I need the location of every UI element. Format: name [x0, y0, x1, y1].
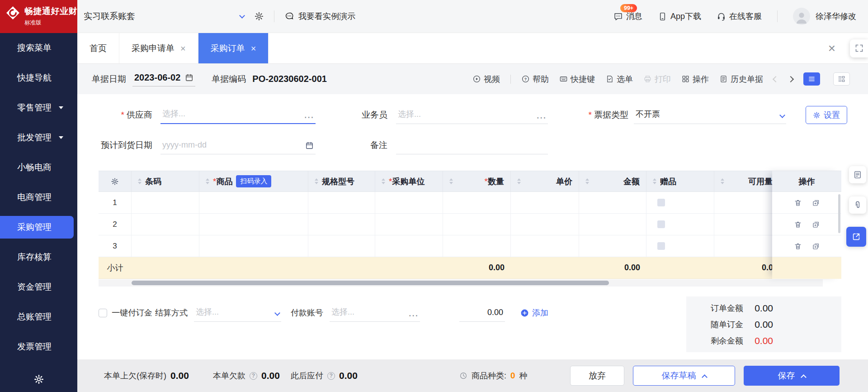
- add-payment-button[interactable]: 添加: [520, 304, 548, 322]
- more-options-icon[interactable]: ⋯: [408, 314, 418, 317]
- detail-view-toggle[interactable]: [833, 72, 850, 86]
- grid-cell[interactable]: [308, 192, 375, 214]
- grid-cell[interactable]: [511, 235, 579, 257]
- bill-type-select[interactable]: 不开票: [634, 106, 786, 124]
- pay-account-field[interactable]: 选择... ⋯: [330, 304, 420, 322]
- copy-row-icon[interactable]: [812, 199, 820, 207]
- messages-button[interactable]: 消息 99+: [613, 11, 642, 22]
- calendar-icon[interactable]: [305, 141, 314, 150]
- grid-cell[interactable]: [308, 214, 375, 235]
- grid-cell[interactable]: [579, 192, 646, 214]
- more-options-icon[interactable]: ⋯: [536, 116, 546, 120]
- grid-cell[interactable]: [375, 192, 443, 214]
- grid-cell[interactable]: [511, 192, 579, 214]
- grid-cell[interactable]: [199, 235, 308, 257]
- online-service-button[interactable]: 在线客服: [717, 11, 762, 22]
- header-amount[interactable]: 金额: [579, 171, 646, 192]
- scrollbar-thumb[interactable]: [132, 281, 609, 285]
- grid-cell[interactable]: [579, 235, 646, 257]
- doc-date-field[interactable]: 2023-06-02: [132, 72, 195, 86]
- sidebar-item-retail-mgmt[interactable]: 零售管理: [0, 93, 77, 123]
- grid-cell[interactable]: [132, 214, 199, 235]
- salesman-field[interactable]: 选择... ⋯: [396, 106, 548, 124]
- pick-order-button[interactable]: 选单: [605, 74, 633, 85]
- history-button[interactable]: 历史单据: [719, 74, 763, 85]
- grid-cell[interactable]: [199, 192, 308, 214]
- cancel-button[interactable]: 放弃: [570, 366, 624, 386]
- chevron-left-icon[interactable]: [773, 76, 779, 82]
- close-icon[interactable]: ×: [825, 41, 839, 56]
- header-barcode[interactable]: 条码: [132, 171, 199, 192]
- account-settings-gear-icon[interactable]: [254, 11, 264, 21]
- remark-field[interactable]: [396, 136, 548, 154]
- help-circle-icon[interactable]: ?: [250, 372, 257, 380]
- sidebar-item-xiaochang-ecom[interactable]: 小畅电商: [0, 153, 77, 182]
- demo-link[interactable]: 我要看实例演示: [284, 11, 355, 22]
- help-circle-icon[interactable]: ?: [327, 372, 335, 380]
- user-name[interactable]: 徐泽华修改: [816, 11, 856, 22]
- vertical-scrollbar-thumb[interactable]: [838, 194, 840, 233]
- scan-entry-button[interactable]: 扫码录入: [236, 175, 271, 187]
- gift-checkbox[interactable]: [657, 242, 665, 250]
- sidebar-item-general-ledger[interactable]: 总账管理: [0, 302, 77, 332]
- close-icon[interactable]: ×: [180, 44, 186, 53]
- draft-box-button[interactable]: [849, 166, 866, 183]
- grid-cell[interactable]: [132, 235, 199, 257]
- attachment-button[interactable]: [849, 196, 866, 214]
- video-button[interactable]: 视频: [472, 74, 500, 85]
- chevron-right-icon[interactable]: [788, 76, 794, 82]
- deposit-amount-field[interactable]: 0.00: [459, 304, 505, 322]
- header-spec[interactable]: 规格型号: [308, 171, 375, 192]
- app-download-button[interactable]: App下载: [658, 11, 701, 22]
- gift-checkbox[interactable]: [657, 199, 665, 206]
- header-unit[interactable]: *采购单位: [375, 171, 443, 192]
- grid-cell[interactable]: [443, 235, 511, 257]
- account-select[interactable]: 实习联系账套: [84, 10, 244, 22]
- grid-cell[interactable]: [375, 214, 443, 235]
- header-price[interactable]: 单价: [511, 171, 579, 192]
- grid-cell[interactable]: [308, 235, 375, 257]
- tab-purchase-request[interactable]: 采购申请单 ×: [119, 33, 198, 63]
- fullscreen-icon[interactable]: [850, 39, 868, 57]
- supplier-field[interactable]: 选择... ⋯: [160, 106, 316, 124]
- sidebar-item-search-menu[interactable]: 搜索菜单: [0, 33, 77, 63]
- sidebar-item-wholesale-mgmt[interactable]: 批发管理: [0, 123, 77, 153]
- grid-cell[interactable]: [375, 235, 443, 257]
- sidebar-item-inventory-accounting[interactable]: 库存核算: [0, 242, 77, 272]
- help-button[interactable]: ? 帮助: [521, 74, 549, 85]
- save-draft-button[interactable]: 保存草稿: [633, 366, 735, 386]
- grid-cell[interactable]: [511, 214, 579, 235]
- print-button[interactable]: 打印: [643, 74, 671, 85]
- one-key-deposit-checkbox[interactable]: [99, 309, 107, 317]
- grid-cell[interactable]: [199, 214, 308, 235]
- avatar[interactable]: [793, 8, 810, 25]
- eta-field[interactable]: yyyy-mm-dd: [160, 136, 316, 154]
- sidebar-item-ecom-mgmt[interactable]: 电商管理: [0, 182, 77, 212]
- list-view-toggle[interactable]: [803, 72, 820, 86]
- settle-method-select[interactable]: 选择...: [194, 304, 281, 322]
- column-settings-gear-icon[interactable]: [99, 171, 132, 192]
- expand-button[interactable]: [846, 227, 866, 247]
- tab-home[interactable]: 首页: [77, 33, 119, 63]
- close-icon[interactable]: ×: [251, 44, 256, 53]
- grid-cell[interactable]: [443, 214, 511, 235]
- delete-row-icon[interactable]: [794, 242, 802, 250]
- header-qty[interactable]: *数量: [443, 171, 511, 192]
- header-gift[interactable]: 赠品: [646, 171, 714, 192]
- operations-button[interactable]: 操作: [681, 74, 709, 85]
- grid-cell[interactable]: [579, 214, 646, 235]
- sidebar-item-purchase-mgmt[interactable]: 采购管理: [0, 212, 77, 242]
- delete-row-icon[interactable]: [794, 199, 802, 207]
- save-button[interactable]: 保存: [744, 366, 840, 386]
- more-options-icon[interactable]: ⋯: [304, 115, 314, 119]
- sidebar-item-invoice-mgmt[interactable]: 发票管理: [0, 332, 77, 362]
- sidebar-gear-icon[interactable]: [33, 374, 44, 385]
- grid-cell[interactable]: [443, 192, 511, 214]
- settings-button[interactable]: 设置: [806, 106, 847, 124]
- header-product[interactable]: *商品 扫码录入: [199, 171, 308, 192]
- g ift-checkbox[interactable]: [657, 220, 665, 228]
- hotkeys-button[interactable]: 快捷键: [559, 74, 595, 85]
- copy-row-icon[interactable]: [812, 242, 820, 250]
- sidebar-item-quick-nav[interactable]: 快捷导航: [0, 63, 77, 93]
- delete-row-icon[interactable]: [794, 220, 802, 229]
